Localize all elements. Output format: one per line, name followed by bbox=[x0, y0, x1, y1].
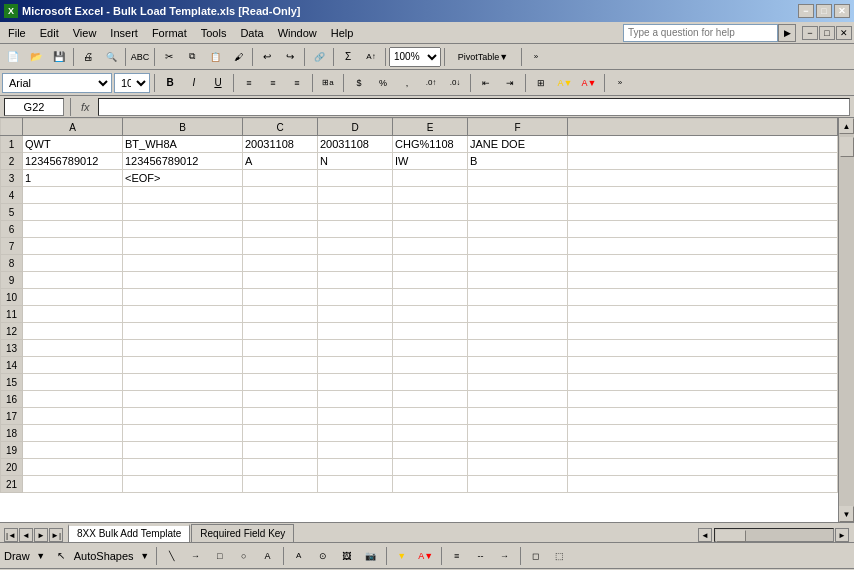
new-button[interactable]: 📄 bbox=[2, 46, 24, 68]
cell-r6c5[interactable] bbox=[393, 221, 468, 238]
menu-format[interactable]: Format bbox=[146, 25, 193, 41]
cell-extra-r9[interactable] bbox=[568, 272, 838, 289]
sheet-tab-2[interactable]: Required Field Key bbox=[191, 524, 294, 542]
cell-r8c4[interactable] bbox=[318, 255, 393, 272]
cell-r8c6[interactable] bbox=[468, 255, 568, 272]
cell-r3c3[interactable] bbox=[243, 170, 318, 187]
cell-r5c5[interactable] bbox=[393, 204, 468, 221]
cell-r21c6[interactable] bbox=[468, 476, 568, 493]
app-close-button[interactable]: ✕ bbox=[836, 26, 852, 40]
cell-r15c1[interactable] bbox=[23, 374, 123, 391]
cell-r13c1[interactable] bbox=[23, 340, 123, 357]
3d-button[interactable]: ⬚ bbox=[549, 545, 571, 567]
cell-r20c1[interactable] bbox=[23, 459, 123, 476]
cell-r7c4[interactable] bbox=[318, 238, 393, 255]
cell-r4c6[interactable] bbox=[468, 187, 568, 204]
autosum-button[interactable]: Σ bbox=[337, 46, 359, 68]
menu-view[interactable]: View bbox=[67, 25, 103, 41]
cell-r15c6[interactable] bbox=[468, 374, 568, 391]
tab-prev-button[interactable]: ◄ bbox=[19, 528, 33, 542]
cell-r15c2[interactable] bbox=[123, 374, 243, 391]
cell-extra-r21[interactable] bbox=[568, 476, 838, 493]
cell-extra-r17[interactable] bbox=[568, 408, 838, 425]
save-button[interactable]: 💾 bbox=[48, 46, 70, 68]
cell-r2c1[interactable]: 123456789012 bbox=[23, 153, 123, 170]
cell-extra-r19[interactable] bbox=[568, 442, 838, 459]
cell-r4c4[interactable] bbox=[318, 187, 393, 204]
cell-r15c4[interactable] bbox=[318, 374, 393, 391]
cell-extra-r12[interactable] bbox=[568, 323, 838, 340]
cell-r14c1[interactable] bbox=[23, 357, 123, 374]
cell-extra-r2[interactable] bbox=[568, 153, 838, 170]
menu-tools[interactable]: Tools bbox=[195, 25, 233, 41]
cell-r17c6[interactable] bbox=[468, 408, 568, 425]
merge-center-button[interactable]: ⊞a bbox=[317, 72, 339, 94]
cell-r1c6[interactable]: JANE DOE bbox=[468, 136, 568, 153]
cell-r10c2[interactable] bbox=[123, 289, 243, 306]
col-header-a[interactable]: A bbox=[23, 119, 123, 136]
insert-picture-button[interactable]: 📷 bbox=[360, 545, 382, 567]
cell-r17c5[interactable] bbox=[393, 408, 468, 425]
cell-extra-r1[interactable] bbox=[568, 136, 838, 153]
cell-r12c5[interactable] bbox=[393, 323, 468, 340]
cell-r10c6[interactable] bbox=[468, 289, 568, 306]
cell-r19c3[interactable] bbox=[243, 442, 318, 459]
cell-extra-r4[interactable] bbox=[568, 187, 838, 204]
cell-r18c2[interactable] bbox=[123, 425, 243, 442]
cell-r17c3[interactable] bbox=[243, 408, 318, 425]
cell-extra-r7[interactable] bbox=[568, 238, 838, 255]
cell-r4c2[interactable] bbox=[123, 187, 243, 204]
cell-extra-r18[interactable] bbox=[568, 425, 838, 442]
scroll-up-button[interactable]: ▲ bbox=[839, 118, 854, 134]
cell-r4c1[interactable] bbox=[23, 187, 123, 204]
menu-edit[interactable]: Edit bbox=[34, 25, 65, 41]
cell-r1c3[interactable]: 20031108 bbox=[243, 136, 318, 153]
cell-r2c6[interactable]: B bbox=[468, 153, 568, 170]
maximize-button[interactable]: □ bbox=[816, 4, 832, 18]
fill-color-draw-button[interactable]: ▼ bbox=[391, 545, 413, 567]
cell-r19c6[interactable] bbox=[468, 442, 568, 459]
arrow-style-button[interactable]: → bbox=[494, 545, 516, 567]
cell-r13c5[interactable] bbox=[393, 340, 468, 357]
cell-r2c4[interactable]: N bbox=[318, 153, 393, 170]
cell-r14c4[interactable] bbox=[318, 357, 393, 374]
minimize-button[interactable]: − bbox=[798, 4, 814, 18]
cell-r14c3[interactable] bbox=[243, 357, 318, 374]
print-button[interactable]: 🖨 bbox=[77, 46, 99, 68]
paste-button[interactable]: 📋 bbox=[204, 46, 226, 68]
cell-r14c5[interactable] bbox=[393, 357, 468, 374]
cell-r12c4[interactable] bbox=[318, 323, 393, 340]
more-buttons-1[interactable]: » bbox=[525, 46, 547, 68]
cell-extra-r3[interactable] bbox=[568, 170, 838, 187]
cell-r6c1[interactable] bbox=[23, 221, 123, 238]
cell-r9c5[interactable] bbox=[393, 272, 468, 289]
cell-r21c2[interactable] bbox=[123, 476, 243, 493]
oval-button[interactable]: ○ bbox=[233, 545, 255, 567]
cell-r9c3[interactable] bbox=[243, 272, 318, 289]
cell-extra-r14[interactable] bbox=[568, 357, 838, 374]
help-input[interactable] bbox=[623, 24, 778, 42]
cell-r18c6[interactable] bbox=[468, 425, 568, 442]
fill-color-button[interactable]: A▼ bbox=[554, 72, 576, 94]
cell-r15c3[interactable] bbox=[243, 374, 318, 391]
menu-window[interactable]: Window bbox=[272, 25, 323, 41]
cell-r6c3[interactable] bbox=[243, 221, 318, 238]
cell-r4c5[interactable] bbox=[393, 187, 468, 204]
app-restore-button[interactable]: □ bbox=[819, 26, 835, 40]
cell-r5c2[interactable] bbox=[123, 204, 243, 221]
cell-r7c1[interactable] bbox=[23, 238, 123, 255]
cell-r11c2[interactable] bbox=[123, 306, 243, 323]
cell-extra-r13[interactable] bbox=[568, 340, 838, 357]
redo-button[interactable]: ↪ bbox=[279, 46, 301, 68]
cell-r20c3[interactable] bbox=[243, 459, 318, 476]
cell-extra-r11[interactable] bbox=[568, 306, 838, 323]
font-size-selector[interactable]: 10 bbox=[114, 73, 150, 93]
text-box-button[interactable]: A bbox=[257, 545, 279, 567]
cell-r1c5[interactable]: CHG%1108 bbox=[393, 136, 468, 153]
arrow-button[interactable]: → bbox=[185, 545, 207, 567]
menu-help[interactable]: Help bbox=[325, 25, 360, 41]
cell-r9c1[interactable] bbox=[23, 272, 123, 289]
cell-r13c6[interactable] bbox=[468, 340, 568, 357]
cell-r10c5[interactable] bbox=[393, 289, 468, 306]
align-left-button[interactable]: ≡ bbox=[238, 72, 260, 94]
